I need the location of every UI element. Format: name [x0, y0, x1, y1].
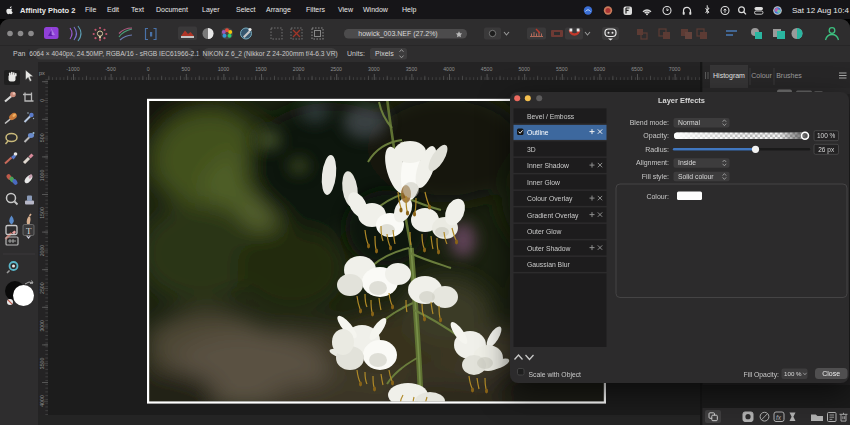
- svg-text:Fill style:: Fill style:: [642, 173, 669, 181]
- svg-text:3000: 3000: [368, 66, 380, 72]
- svg-text:26 px: 26 px: [818, 146, 835, 154]
- svg-text:fx: fx: [776, 414, 782, 421]
- svg-text:3D: 3D: [527, 146, 536, 153]
- svg-text:howick_003.NEF (27.2%): howick_003.NEF (27.2%): [358, 30, 437, 38]
- svg-text:Colour: Colour: [751, 72, 772, 79]
- svg-text:2000: 2000: [293, 66, 305, 72]
- svg-text:4000: 4000: [443, 66, 455, 72]
- svg-text:Outer Shadow: Outer Shadow: [527, 245, 571, 252]
- svg-text:NIKON Z 6_2 (Nikkor Z 24-200mm: NIKON Z 6_2 (Nikkor Z 24-200mm f/4-6.3 V…: [202, 50, 337, 58]
- svg-text:Inside: Inside: [678, 159, 696, 166]
- svg-text:Gradient Overlay: Gradient Overlay: [527, 212, 579, 220]
- svg-text:Bevel / Emboss: Bevel / Emboss: [527, 113, 575, 120]
- svg-text:Blend mode:: Blend mode:: [630, 119, 669, 126]
- svg-text:6064 × 4040px, 24.50MP, RGBA/1: 6064 × 4040px, 24.50MP, RGBA/16 - sRGB I…: [29, 50, 200, 58]
- svg-text:1500: 1500: [255, 66, 267, 72]
- svg-text:Outline: Outline: [527, 129, 549, 136]
- svg-text:1000: 1000: [218, 66, 230, 72]
- svg-text:0: 0: [147, 66, 150, 72]
- svg-text:Gaussian Blur: Gaussian Blur: [527, 261, 570, 268]
- svg-text:500: 500: [181, 66, 190, 72]
- svg-text:Colour:: Colour:: [646, 193, 669, 200]
- svg-text:Pan: Pan: [13, 50, 26, 57]
- svg-text:Scale with Object: Scale with Object: [529, 371, 582, 379]
- svg-text:Inner Glow: Inner Glow: [527, 179, 560, 186]
- svg-text:T: T: [26, 226, 32, 236]
- svg-text:Normal: Normal: [678, 119, 700, 126]
- svg-text:Units:: Units:: [347, 50, 365, 57]
- svg-text:Pixels: Pixels: [375, 50, 394, 57]
- svg-text:Colour Overlay: Colour Overlay: [527, 195, 573, 203]
- svg-text:-500: -500: [105, 66, 115, 72]
- svg-text:Brushes: Brushes: [776, 72, 802, 79]
- svg-text:Layer Effects: Layer Effects: [658, 96, 705, 105]
- svg-text:1000: 1000: [39, 170, 45, 182]
- svg-text:Opacity:: Opacity:: [643, 132, 669, 140]
- svg-text:3000: 3000: [39, 320, 45, 332]
- svg-text:500: 500: [39, 133, 45, 142]
- svg-text:7000: 7000: [669, 66, 681, 72]
- svg-text:4500: 4500: [481, 66, 493, 72]
- svg-text:5000: 5000: [518, 66, 530, 72]
- svg-text:6000: 6000: [594, 66, 606, 72]
- svg-text:3500: 3500: [39, 358, 45, 370]
- svg-text:2000: 2000: [39, 245, 45, 257]
- svg-text:Outer Glow: Outer Glow: [527, 228, 561, 235]
- svg-text:3500: 3500: [406, 66, 418, 72]
- svg-text:0: 0: [39, 99, 45, 102]
- svg-text:2500: 2500: [330, 66, 342, 72]
- svg-text:2500: 2500: [39, 282, 45, 294]
- svg-text:Inner Shadow: Inner Shadow: [527, 162, 569, 169]
- svg-text:Solid colour: Solid colour: [678, 173, 714, 180]
- svg-text:Histogram: Histogram: [713, 72, 745, 80]
- svg-text:5500: 5500: [556, 66, 568, 72]
- svg-text:100 %: 100 %: [817, 132, 836, 139]
- svg-text:4000: 4000: [39, 395, 45, 407]
- svg-text:-1000: -1000: [66, 66, 79, 72]
- svg-text:Fill Opacity:: Fill Opacity:: [743, 371, 779, 379]
- svg-text:Close: Close: [822, 370, 840, 377]
- svg-text:Alignment:: Alignment:: [636, 159, 669, 167]
- svg-text:6500: 6500: [631, 66, 643, 72]
- svg-text:px: px: [39, 70, 45, 76]
- svg-text:Radius:: Radius:: [645, 146, 669, 153]
- svg-text:1500: 1500: [39, 207, 45, 219]
- svg-text:100 %: 100 %: [784, 370, 802, 377]
